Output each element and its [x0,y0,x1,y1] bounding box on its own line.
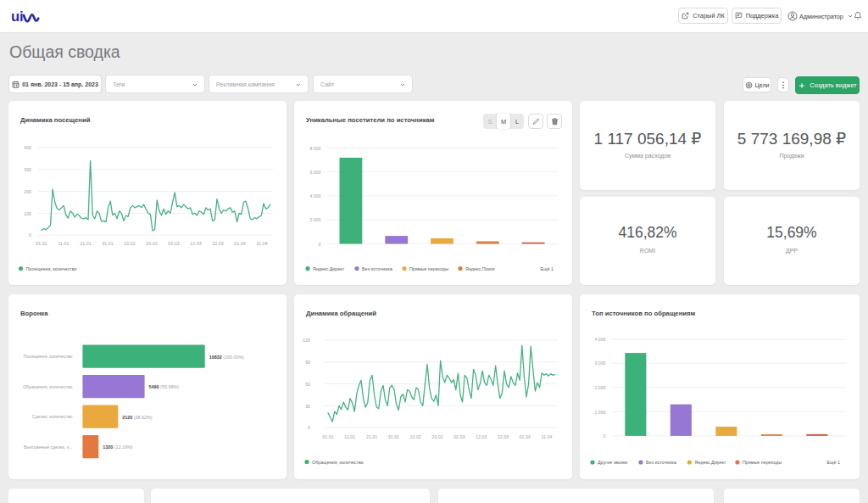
svg-text:30: 30 [305,404,310,409]
svg-text:3 000: 3 000 [595,360,606,366]
svg-text:Обращения, количество: Обращения, количество [312,460,364,465]
svg-text:0: 0 [308,425,310,430]
svg-text:10.02: 10.02 [410,434,421,439]
svg-text:11.04: 11.04 [542,434,553,439]
svg-text:400: 400 [24,145,31,150]
svg-text:6 000: 6 000 [310,170,321,175]
svg-text:200: 200 [24,189,31,194]
svg-text:4 000: 4 000 [595,337,606,342]
svg-text:4 000: 4 000 [310,193,321,198]
svg-text:01.04: 01.04 [234,241,245,246]
svg-text:Ещё 1: Ещё 1 [826,460,840,465]
svg-text:20.02: 20.02 [431,434,442,439]
svg-text:21.01: 21.01 [366,434,377,439]
svg-text:Без источника: Без источника [646,460,676,465]
svg-text:12.03: 12.03 [190,241,201,246]
svg-text:01.01: 01.01 [36,241,47,246]
svg-text:31.01: 31.01 [102,241,113,246]
svg-text:Посещения, количество: Посещения, количество [24,354,73,359]
svg-text:2 000: 2 000 [310,217,321,222]
svg-text:10.02: 10.02 [124,241,135,246]
svg-text:ui: ui [11,8,24,24]
svg-text:2120 (38.62%): 2120 (38.62%) [122,415,153,420]
svg-text:90: 90 [305,360,310,365]
svg-text:2 000: 2 000 [595,385,606,390]
svg-text:20.02: 20.02 [146,241,157,246]
svg-text:11.04: 11.04 [257,241,268,246]
svg-text:22.03: 22.03 [498,434,509,439]
svg-text:01.01: 01.01 [322,434,333,439]
svg-text:1320 (12.19%): 1320 (12.19%) [103,444,133,450]
svg-text:Посещения, количество: Посещения, количество [26,266,77,271]
svg-text:Ещё 1: Ещё 1 [540,266,554,271]
svg-text:Другие звонки: Другие звонки [598,460,627,465]
svg-text:8 000: 8 000 [310,146,321,151]
svg-text:5490 (50.68%): 5490 (50.68%) [149,384,180,389]
svg-text:31.01: 31.01 [388,434,399,439]
svg-text:Выигранные сделки, к...: Выигранные сделки, к... [24,444,73,450]
svg-text:Прямые переходы: Прямые переходы [743,460,782,465]
svg-text:11.01: 11.01 [58,241,70,246]
svg-text:02.03: 02.03 [168,241,179,246]
svg-text:11.01: 11.01 [344,434,355,439]
svg-text:01.04: 01.04 [520,434,531,439]
svg-text:0: 0 [604,433,606,439]
svg-text:Яндекс.Директ: Яндекс.Директ [694,460,726,465]
svg-text:1 000: 1 000 [595,410,606,415]
svg-text:Яндекс.Директ: Яндекс.Директ [313,266,345,271]
svg-text:0: 0 [319,242,321,247]
svg-text:12.03: 12.03 [476,434,487,439]
svg-text:21.01: 21.01 [80,241,91,246]
svg-text:300: 300 [24,167,31,172]
svg-text:Сделки, количество: Сделки, количество [32,414,73,419]
svg-text:0: 0 [29,232,31,238]
svg-text:10832 (100.00%): 10832 (100.00%) [209,355,245,360]
svg-text:02.03: 02.03 [453,434,465,439]
svg-text:Без источника: Без источника [362,266,392,271]
svg-text:22.03: 22.03 [212,241,223,246]
svg-text:120: 120 [303,338,310,343]
svg-text:Яндекс.Поиск: Яндекс.Поиск [465,266,495,271]
svg-text:60: 60 [305,382,310,387]
svg-text:100: 100 [24,211,31,216]
svg-text:Обращения, количество: Обращения, количество [23,384,73,389]
svg-text:Прямые переходы: Прямые переходы [409,266,448,271]
